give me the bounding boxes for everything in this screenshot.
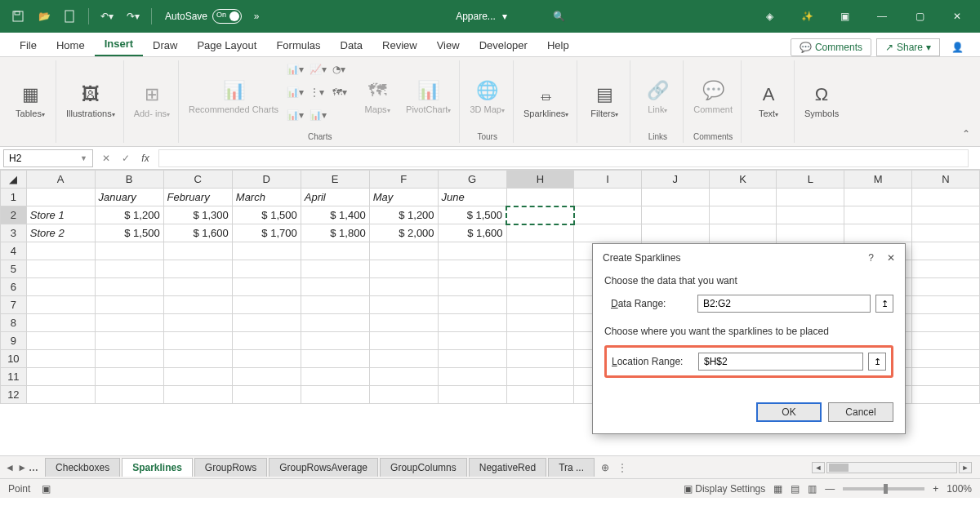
- ok-button[interactable]: OK: [756, 402, 822, 422]
- row-header[interactable]: 1: [1, 189, 27, 206]
- tab-view[interactable]: View: [427, 34, 470, 56]
- tab-formulas[interactable]: Formulas: [266, 34, 330, 56]
- fx-icon[interactable]: fx: [136, 149, 155, 167]
- horizontal-scrollbar[interactable]: [826, 462, 957, 473]
- sheet-tab[interactable]: GroupRows: [194, 458, 267, 477]
- sheet-tab[interactable]: GroupColumns: [380, 458, 467, 477]
- sheet-tab[interactable]: NegativeRed: [469, 458, 546, 477]
- scatter-chart-icon[interactable]: ⋮▾: [310, 87, 329, 106]
- cell[interactable]: $ 1,500: [95, 224, 163, 242]
- diamond-icon[interactable]: ◈: [753, 5, 786, 28]
- sparklines-button[interactable]: ⏛Sparklines: [520, 81, 572, 121]
- page-break-view-icon[interactable]: ▥: [808, 483, 817, 495]
- cancel-button[interactable]: Cancel: [828, 402, 893, 422]
- cell[interactable]: $ 1,600: [163, 224, 232, 242]
- autosave-toggle[interactable]: AutoSave On: [165, 9, 242, 24]
- location-range-input[interactable]: [698, 353, 863, 371]
- col-header[interactable]: L: [777, 171, 844, 189]
- cell[interactable]: March: [232, 189, 301, 206]
- dialog-titlebar[interactable]: Create Sparklines ? ✕: [593, 244, 905, 272]
- comment-button[interactable]: 💬Comment: [690, 77, 736, 116]
- share-button[interactable]: ↗ Share ▾: [876, 38, 940, 56]
- redo-icon[interactable]: ↷▾: [122, 5, 145, 28]
- tab-data[interactable]: Data: [331, 34, 372, 56]
- row-header[interactable]: 11: [1, 368, 27, 386]
- symbols-button[interactable]: ΩSymbols: [801, 81, 842, 120]
- enter-formula-icon[interactable]: ✓: [116, 149, 136, 167]
- map-chart-icon[interactable]: 🗺▾: [332, 87, 352, 106]
- row-header[interactable]: 4: [1, 242, 27, 260]
- row-header[interactable]: 12: [1, 386, 27, 404]
- cell[interactable]: $ 1,200: [369, 206, 438, 224]
- sheet-tab[interactable]: Checkboxes: [45, 458, 120, 477]
- minimize-button[interactable]: ―: [866, 5, 898, 28]
- text-button[interactable]: AText: [748, 81, 789, 121]
- hierarchy-chart-icon[interactable]: 📊▾: [287, 87, 306, 106]
- doc-name[interactable]: Appare...: [456, 11, 496, 22]
- pie-chart-icon[interactable]: ◔▾: [332, 64, 352, 83]
- zoom-out-button[interactable]: ―: [825, 483, 835, 495]
- line-chart-icon[interactable]: 📈▾: [310, 64, 329, 83]
- cell[interactable]: $ 1,800: [301, 224, 369, 242]
- zoom-level[interactable]: 100%: [947, 483, 972, 495]
- tab-page-layout[interactable]: Page Layout: [187, 34, 266, 56]
- cancel-formula-icon[interactable]: ✕: [96, 149, 116, 167]
- maximize-button[interactable]: ▢: [903, 5, 936, 28]
- cell[interactable]: $ 1,300: [163, 206, 232, 224]
- stat-chart-icon[interactable]: 📊▾: [287, 109, 306, 129]
- maps-button[interactable]: 🗺Maps: [357, 77, 398, 117]
- zoom-slider[interactable]: [843, 487, 924, 490]
- col-header[interactable]: D: [232, 171, 301, 189]
- tab-help[interactable]: Help: [537, 34, 579, 56]
- link-button[interactable]: 🔗Link: [637, 77, 678, 117]
- addins-button[interactable]: ⊞Add- ins: [131, 81, 173, 121]
- cell[interactable]: February: [163, 189, 232, 206]
- scroll-left-button[interactable]: ◄: [812, 462, 825, 473]
- cell[interactable]: Store 2: [26, 224, 95, 242]
- 3d-map-button[interactable]: 🌐3D Map: [466, 77, 508, 117]
- cell[interactable]: June: [438, 189, 506, 206]
- account-icon[interactable]: 👤: [945, 38, 970, 56]
- range-picker-icon[interactable]: ↥: [875, 295, 893, 313]
- ribbon-mode-icon[interactable]: ▣: [828, 5, 861, 28]
- cell[interactable]: $ 1,200: [95, 206, 163, 224]
- col-header[interactable]: B: [95, 171, 163, 189]
- data-range-input[interactable]: [697, 295, 871, 313]
- close-button[interactable]: ✕: [941, 5, 973, 28]
- cell[interactable]: $ 2,000: [369, 224, 438, 242]
- toggle-icon[interactable]: On: [212, 9, 242, 24]
- sheet-tab[interactable]: Tra ...: [548, 458, 595, 477]
- pivotchart-button[interactable]: 📊PivotChart: [403, 77, 454, 117]
- row-header[interactable]: 6: [1, 278, 27, 296]
- cell[interactable]: Store 1: [26, 206, 95, 224]
- cell[interactable]: May: [369, 189, 438, 206]
- normal-view-icon[interactable]: ▦: [773, 483, 782, 495]
- recommended-charts-button[interactable]: 📊Recommended Charts: [185, 77, 282, 116]
- more-qat-icon[interactable]: »: [245, 5, 268, 28]
- col-header[interactable]: E: [301, 171, 369, 189]
- cell[interactable]: $ 1,700: [232, 224, 301, 242]
- col-header[interactable]: J: [641, 171, 709, 189]
- selected-cell[interactable]: [506, 206, 574, 224]
- chevron-down-icon[interactable]: ▾: [502, 11, 507, 22]
- row-header[interactable]: 5: [1, 260, 27, 278]
- new-icon[interactable]: [59, 5, 82, 28]
- sheet-tab[interactable]: GroupRowsAverage: [269, 458, 378, 477]
- row-header[interactable]: 3: [1, 224, 27, 242]
- collapse-ribbon-icon[interactable]: ⌃: [957, 60, 975, 143]
- col-header[interactable]: A: [26, 171, 95, 189]
- tab-file[interactable]: File: [10, 34, 47, 56]
- tab-developer[interactable]: Developer: [470, 34, 537, 56]
- range-picker-icon[interactable]: ↥: [868, 353, 886, 371]
- row-header[interactable]: 8: [1, 314, 27, 332]
- cell[interactable]: $ 1,600: [438, 224, 506, 242]
- undo-icon[interactable]: ↶▾: [96, 5, 118, 28]
- search-icon[interactable]: 🔍: [553, 11, 565, 22]
- zoom-in-button[interactable]: +: [933, 483, 938, 495]
- row-header[interactable]: 7: [1, 296, 27, 314]
- add-sheet-button[interactable]: ⊕: [596, 459, 614, 477]
- comments-button[interactable]: 💬 Comments: [791, 38, 871, 56]
- bar-chart-icon[interactable]: 📊▾: [287, 64, 306, 83]
- tables-button[interactable]: ▦Tables: [10, 81, 51, 121]
- row-header[interactable]: 2: [1, 206, 27, 224]
